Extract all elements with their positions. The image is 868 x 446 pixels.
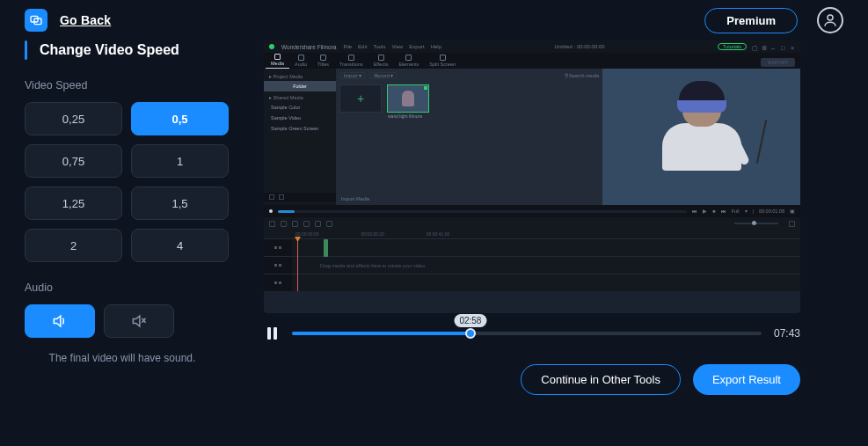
tab-split-screen[interactable]: Split Screen <box>424 52 461 69</box>
speed-option-6[interactable]: 2 <box>25 229 122 262</box>
tab-titles[interactable]: Titles <box>312 52 334 69</box>
export-result-button[interactable]: Export Result <box>693 364 800 395</box>
speed-option-0[interactable]: 0,25 <box>25 102 122 135</box>
menu-view[interactable]: View <box>391 44 403 49</box>
audio-section-label: Audio <box>25 281 229 294</box>
media-sidebar: ▸ Project Media Folder ▸ Shared Media Sa… <box>264 69 336 205</box>
tab-audio[interactable]: Audio <box>289 52 312 69</box>
preview-stop-icon[interactable]: ■ <box>712 208 715 214</box>
media-clip-thumbnail[interactable]: wand light filmora <box>387 84 429 113</box>
speed-section-label: Video Speed <box>25 79 229 91</box>
title-accent-bar <box>25 40 27 60</box>
tab-transitions[interactable]: Transitions <box>334 52 368 69</box>
preview-progress-dot[interactable] <box>269 209 273 213</box>
window-settings-icon[interactable]: ⚙ <box>762 45 766 49</box>
video-preview-pane <box>602 69 800 205</box>
timeline-tool-icon[interactable] <box>292 221 298 227</box>
add-media-button[interactable]: + <box>339 84 382 113</box>
sidebar-tool-icon[interactable] <box>269 194 274 200</box>
speed-option-2[interactable]: 0,75 <box>25 144 122 178</box>
sidebar-tool-icon[interactable] <box>279 194 284 200</box>
editor-menubar: Wondershare Filmora File Edit Tools View… <box>264 40 800 53</box>
import-dropdown[interactable]: Import ▾ <box>339 72 366 79</box>
menu-export[interactable]: Export <box>409 44 424 49</box>
speaker-off-icon <box>130 312 148 330</box>
audio-off-button[interactable] <box>104 304 174 338</box>
speed-grid: 0,25 0,5 0,75 1 1,25 1,5 2 4 <box>25 102 229 262</box>
preview-next-icon[interactable]: ⏭ <box>721 208 726 214</box>
duration-label: 07:43 <box>774 327 800 340</box>
progress-thumb[interactable] <box>465 328 476 339</box>
speaker-on-icon <box>51 312 69 330</box>
sidebar-heading: ▸ Project Media <box>264 72 336 81</box>
tab-media[interactable]: Media <box>266 51 289 69</box>
player-bar: 02:58 07:43 <box>264 325 800 341</box>
tab-effects[interactable]: Effects <box>368 52 394 69</box>
timeline-tool-icon[interactable] <box>326 221 332 227</box>
import-media-label: Import Media <box>341 196 369 201</box>
timeline-tool-icon[interactable] <box>281 221 287 227</box>
window-minimize-icon[interactable]: – <box>771 45 776 49</box>
go-back-link[interactable]: Go Back <box>60 13 111 27</box>
continue-other-tools-button[interactable]: Continue in Other Tools <box>521 364 681 395</box>
project-title: Untitled : 00:00:00:00 <box>449 44 711 49</box>
sidebar-item-shared[interactable]: Shared Media <box>274 95 303 100</box>
speed-option-7[interactable]: 4 <box>131 229 229 262</box>
preview-progress-track[interactable] <box>278 210 687 213</box>
timeline-tool-icon[interactable] <box>303 221 310 227</box>
editor-export-button[interactable]: EXPORT <box>761 58 795 67</box>
app-logo-icon <box>25 9 47 32</box>
timeline-placeholder: Drag media and effects here to create yo… <box>320 263 427 268</box>
preview-snapshot-icon[interactable]: ▣ <box>790 208 795 214</box>
timeline-zoom-slider[interactable] <box>734 223 778 224</box>
preview-full-label[interactable]: Full <box>732 208 740 214</box>
menu-file[interactable]: File <box>343 44 352 49</box>
settings-panel: Change Video Speed Video Speed 0,25 0,5 … <box>0 40 229 395</box>
top-bar: Go Back Premium <box>0 0 868 40</box>
window-maximize-icon[interactable]: □ <box>781 45 785 49</box>
timeline-fit-icon[interactable] <box>789 221 795 227</box>
preview-aspect-icon[interactable]: ▾ <box>745 208 748 214</box>
embedded-editor-preview: Wondershare Filmora File Edit Tools View… <box>264 40 800 313</box>
menu-edit[interactable]: Edit <box>358 44 367 49</box>
window-close-icon[interactable]: × <box>791 45 795 49</box>
search-media-input[interactable]: ⚲ Search media <box>565 73 599 78</box>
speed-option-5[interactable]: 1,5 <box>131 186 229 220</box>
speed-option-3[interactable]: 1 <box>131 144 229 178</box>
sidebar-item-color[interactable]: Sample Color <box>264 102 336 113</box>
sidebar-item-folder[interactable]: Folder <box>264 81 336 91</box>
pause-icon <box>267 327 271 340</box>
sidebar-item-video[interactable]: Sample Video <box>264 113 336 123</box>
timeline[interactable]: Drag media and effects here to create yo… <box>264 238 800 291</box>
editor-logo-icon <box>269 44 274 49</box>
timeline-tool-icon[interactable] <box>315 221 321 227</box>
editor-tab-row: Media Audio Titles Transitions Effects E… <box>264 53 800 69</box>
record-dropdown[interactable]: Record ▾ <box>369 72 398 79</box>
clip-label: wand light filmora <box>388 113 422 119</box>
menu-help[interactable]: Help <box>431 44 441 49</box>
footer-actions: Continue in Other Tools Export Result <box>264 364 800 395</box>
panel-title: Change Video Speed <box>40 42 179 58</box>
progress-tooltip: 02:58 <box>454 314 486 327</box>
tutorials-button[interactable]: Tutorials <box>718 43 747 50</box>
preview-timecode: 00:00:01:08 <box>759 208 784 214</box>
timeline-toolbar <box>264 217 800 230</box>
menu-tools[interactable]: Tools <box>373 44 385 49</box>
preview-play-icon[interactable]: ▶ <box>703 208 707 214</box>
window-min-icon[interactable]: ▢ <box>752 45 756 49</box>
preview-transport-bar: ⏮ ▶ ■ ⏭ Full ▾ | 00:00:01:08 ▣ <box>264 205 800 217</box>
preview-prev-icon[interactable]: ⏮ <box>692 208 697 214</box>
profile-icon[interactable] <box>817 7 843 33</box>
audio-on-button[interactable] <box>25 304 95 338</box>
progress-bar[interactable]: 02:58 <box>292 325 762 341</box>
pause-button[interactable] <box>264 325 280 341</box>
editor-brand: Wondershare Filmora <box>281 44 336 50</box>
tab-elements[interactable]: Elements <box>393 52 424 69</box>
timeline-clip[interactable] <box>324 239 328 257</box>
sidebar-item-green[interactable]: Sample Green Screen <box>264 123 336 134</box>
timeline-tool-icon[interactable] <box>269 221 275 227</box>
premium-button[interactable]: Premium <box>704 8 798 33</box>
speed-option-1[interactable]: 0,5 <box>131 102 229 135</box>
speed-option-4[interactable]: 1,25 <box>25 186 122 220</box>
timeline-ruler[interactable]: 00:00:00:00 00:00:20:20 00:00:41:00 <box>264 230 800 238</box>
